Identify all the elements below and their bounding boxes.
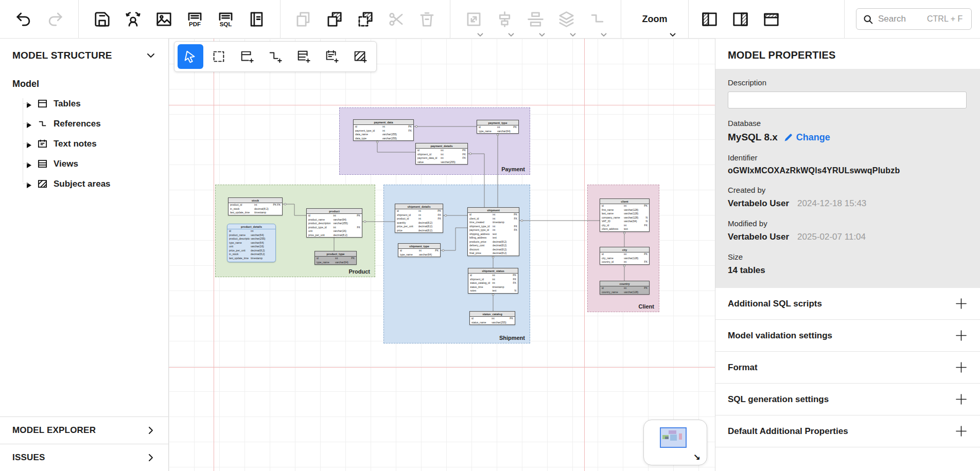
align-vertical-button[interactable] [520,4,551,34]
table-column-row: idintPK [416,149,467,153]
tree-root-model[interactable]: Model [0,79,168,89]
table-column-row: price_per_unitdecimal(8,2) [307,233,362,238]
zoom-button[interactable]: Zoom [621,0,688,38]
save-button[interactable] [87,4,118,34]
section-sql-generation-settings[interactable]: SQL generation settings [715,384,980,415]
reference-style-button[interactable] [582,4,613,34]
table-product_details[interactable]: product_detailsidintproduct_namevarchar(… [227,224,276,262]
table-column-row: company_namevarchar(128)N [600,216,649,220]
table-header: shipment_type [398,244,440,249]
add-text-note-tool[interactable] [319,44,345,69]
table-city[interactable]: cityidintPKcity_namevarchar(128)country_… [600,247,650,265]
sidebar-item-subject-areas[interactable]: Subject areas [0,174,168,194]
redo-button[interactable] [39,4,70,34]
expand-caret-icon[interactable] [27,121,31,126]
table-client[interactable]: clientidintPKfirst_namevarchar(128)last_… [600,198,650,232]
redo-icon [45,10,64,29]
toggle-left-panel-button[interactable] [694,4,725,34]
section-default-additional-properties[interactable]: Default Additional Properties [715,415,980,447]
table-payment_details[interactable]: payment_detailsidintPKshipment_idintFKpa… [415,143,468,165]
table-shipment_details[interactable]: shipment_detailsidintPKshipment_idintFKp… [395,204,443,233]
model-properties-body: Description Database MySQL 8.x Change Id… [715,69,980,288]
table-column-row: product_descriptionvarchar(255) [227,237,275,241]
table-column-row: VAT_IDvarchar(64)N [600,220,649,224]
table-header: product_details [227,224,275,229]
description-input[interactable] [728,92,967,108]
table-shipment_status[interactable]: shipment_statusidintPKshipment_idintFKst… [468,268,518,294]
minimap-viewport[interactable] [660,427,687,448]
add-view-tool[interactable] [291,44,317,69]
view-icon [37,158,48,169]
toggle-top-panel-button[interactable] [756,4,786,34]
section-format[interactable]: Format [715,352,980,384]
section-model-validation-settings[interactable]: Model validation settings [715,320,980,352]
issues-header[interactable]: ISSUES [0,444,168,471]
toggle-right-panel-button[interactable] [725,4,756,34]
table-shipment[interactable]: shipmentidintPKclient_idintFKtime_create… [467,207,519,256]
sidebar-item-text-notes[interactable]: Text notes [0,134,168,154]
model-structure-header[interactable]: MODEL STRUCTURE [0,39,168,66]
undo-button[interactable] [8,4,39,34]
expand-caret-icon[interactable] [27,101,31,106]
modified-timestamp: 2025-02-07 11:04 [797,232,866,242]
table-column-row: in_stockdecimal(8,2) [229,207,282,211]
export-pdf-button[interactable]: PDF [180,4,211,34]
paste-format-button[interactable] [350,4,381,34]
plus-icon [956,298,967,309]
add-subject-area-tool[interactable] [347,44,373,69]
table-column-row: data_namevarchar(255) [354,133,413,137]
subject-area-icon [37,178,48,189]
table-header: shipment_status [468,268,518,274]
documentation-button[interactable] [241,4,272,34]
search-input[interactable] [878,14,922,24]
table-icon [37,98,48,109]
copy-icon [294,10,313,29]
align-horizontal-button[interactable] [489,4,520,34]
copy-button[interactable] [288,4,319,34]
table-header: payment_data [354,120,413,125]
section-additional-sql-scripts[interactable]: Additional SQL scripts [715,288,980,320]
expand-caret-icon[interactable] [27,181,31,187]
fit-size-button[interactable] [459,4,489,34]
minimap[interactable]: ↘ [643,420,707,465]
marquee-select-tool[interactable] [206,44,232,69]
sidebar-item-views[interactable]: Views [0,154,168,174]
layers-button[interactable] [551,4,582,34]
modified-by-user: Vertabelo User [728,232,789,242]
diagram-canvas[interactable]: PaymentProductShipmentClientpayment_data… [169,39,715,471]
table-payment_type[interactable]: payment_typeidintPKtype_namevarchar(64) [477,120,519,134]
export-image-button[interactable] [149,4,180,34]
add-table-tool[interactable] [234,44,260,69]
select-cursor-tool[interactable] [178,44,203,69]
align-horizontal-icon [495,10,514,29]
table-product[interactable]: productidintPKproduct_namevarchar(64)pro… [306,208,362,238]
left-panel-bottom: MODEL EXPLORER ISSUES [0,416,168,471]
svg-text:PDF: PDF [189,21,201,27]
add-reference-icon [268,49,283,64]
left-panel-icon [700,10,719,29]
change-database-link[interactable]: Change [784,132,830,143]
export-sql-button[interactable]: SQL [211,4,241,34]
sidebar-item-references[interactable]: References [0,114,168,134]
model-explorer-header[interactable]: MODEL EXPLORER [0,416,168,444]
scissors-icon [387,10,406,29]
table-stock[interactable]: stockproduct_idintPK FKin_stockdecimal(8… [228,197,283,215]
table-country[interactable]: countryidintPKcountry_namevarchar(128) [600,281,650,295]
copy-format-button[interactable] [319,4,350,34]
cut-button[interactable] [381,4,412,34]
add-text-note-icon [324,49,340,64]
sidebar-item-tables[interactable]: Tables [0,94,168,114]
table-shipment_type[interactable]: shipment_typeidintPKtype_namevarchar(64) [398,243,441,257]
plus-icon [956,362,967,373]
table-payment_data[interactable]: payment_dataidintPKpayment_type_idintFKd… [353,119,414,141]
share-button[interactable] [118,4,149,34]
table-status_catalog[interactable]: status_catalogidintPKstatus_namevarchar(… [469,311,515,325]
table-column-row: last_update_timetimestamp [229,211,282,215]
expand-caret-icon[interactable] [27,141,31,147]
add-reference-tool[interactable] [262,44,288,69]
search-box[interactable]: CTRL + F [856,8,972,30]
expand-caret-icon[interactable] [27,161,31,167]
table-product_type[interactable]: product_typeidintPKtype_namevarchar(64) [314,251,357,265]
delete-button[interactable] [412,4,443,34]
minimap-expand-arrow-icon[interactable]: ↘ [693,453,701,462]
